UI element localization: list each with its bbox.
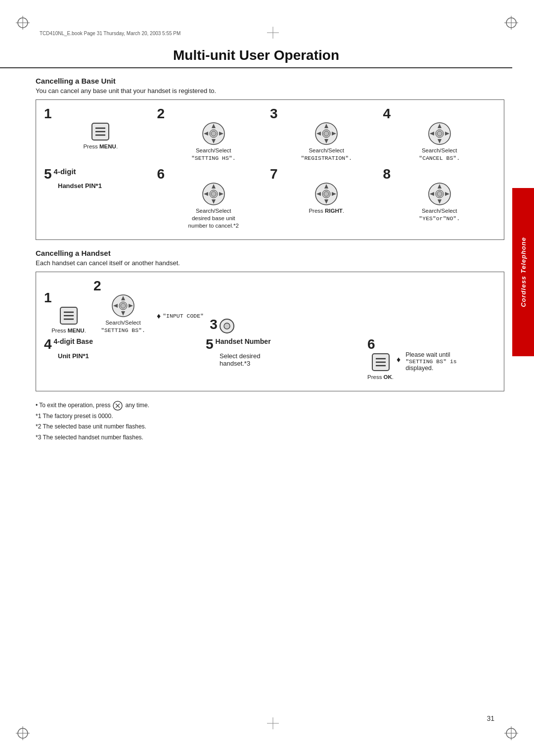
svg-point-26 (211, 131, 216, 136)
svg-point-61 (437, 191, 442, 196)
step-2: 2 Search/Select"SETTING HS". (157, 107, 270, 162)
input-code-label: "INPUT CODE" (163, 313, 204, 319)
nav-pad-icon-6 (202, 182, 225, 206)
step5-label-bold: 4-digit (54, 167, 76, 176)
corner-mark-tr (502, 14, 520, 32)
step-3: 3 Search/Select"REGISTRATION". (270, 107, 383, 162)
s2-step6-extra3: displayed. (405, 365, 457, 372)
menu-button-icon-s2-6 (371, 352, 391, 372)
step-7: 7 Press RIGHT. (270, 167, 383, 215)
step1-label: Press MENU. (83, 143, 118, 150)
align-mark-bottom (267, 717, 279, 729)
section1-desc: You can cancel any base unit that your h… (36, 87, 504, 94)
svg-point-74 (224, 323, 230, 329)
menu-button-icon-1 (90, 122, 110, 142)
svg-point-54 (324, 191, 329, 196)
section2-box: 1 Press MENU. 2 (36, 272, 504, 391)
corner-mark-tl (14, 14, 32, 32)
s2-arrow-code: ♦ "INPUT CODE" (153, 312, 208, 321)
s2-step5-num: 5 (206, 337, 214, 351)
step3-num: 3 (270, 107, 278, 121)
s2-step2-label: Search/Select"SETTING BS". (101, 319, 145, 334)
s2-step-3: 3 (208, 318, 237, 334)
step5-label-sub: Handset PIN*1 (58, 182, 102, 189)
s2-step5-sub: Select desiredhandset.*3 (220, 352, 260, 367)
step-6: 6 Search/Selectdesired base unitnumber t… (157, 167, 270, 230)
file-meta: TCD410NL_E.book Page 31 Thursday, March … (40, 31, 180, 36)
menu-button-icon-s2-1 (59, 306, 79, 326)
step-5: 5 4-digit Handset PIN*1 (44, 167, 157, 189)
step6-label: Search/Selectdesired base unitnumber to … (188, 207, 239, 230)
step4-num: 4 (383, 107, 391, 121)
nav-pad-icon-3 (314, 122, 338, 145)
corner-mark-bl (14, 724, 32, 742)
nav-pad-icon-8 (428, 182, 451, 206)
step7-label: Press RIGHT. (309, 207, 344, 215)
s2-step6-extra1: Please wait until (405, 351, 457, 358)
section1-steps-row1: 1 Press MENU. 2 (44, 107, 496, 162)
arrow-symbol: ♦ (157, 312, 161, 321)
svg-point-47 (211, 191, 216, 196)
step-4: 4 Search/Select"CANCEL BS". (383, 107, 496, 162)
nav-pad-icon-s2-2 (111, 294, 135, 318)
step1-num: 1 (44, 107, 52, 121)
nav-pad-icon-7 (314, 182, 338, 206)
step3-label: Search/Select"REGISTRATION". (301, 147, 352, 162)
s2-step-2: 2 Search/Select"SETTING BS". (93, 279, 153, 334)
s2-step6-extra2: "SETTING BS" is (405, 358, 457, 365)
s2-step6-num: 6 (367, 337, 375, 351)
section2-steps-row2: 4 4-digit Base Unit PIN*1 5 Handset Numb… (44, 337, 496, 381)
step2-label: Search/Select"SETTING HS". (191, 147, 236, 162)
s2-step4-sub: Unit PIN*1 (58, 352, 89, 360)
section2-heading: Cancelling a Handset (36, 249, 504, 257)
step8-label: Search/Select"YES"or"NO". (419, 207, 460, 223)
section2-desc: Each handset can cancel itself or anothe… (36, 259, 504, 267)
step-1: 1 Press MENU. (44, 107, 157, 150)
page-title: Multi-unit User Operation (0, 47, 512, 68)
section1-steps-row2: 5 4-digit Handset PIN*1 6 (44, 167, 496, 230)
main-content: Cancelling a Base Unit You can cancel an… (36, 77, 504, 443)
step4-label: Search/Select"CANCEL BS". (419, 147, 460, 162)
exit-icon (112, 400, 123, 411)
section1-heading: Cancelling a Base Unit (36, 77, 504, 85)
s2-step-5: 5 Handset Number Select desiredhandset.*… (206, 337, 367, 367)
footnote-3: *3 The selected handset number flashes. (36, 432, 504, 443)
footnote-exit-end: any time. (125, 400, 149, 411)
step5-num: 5 (44, 167, 52, 181)
s2-step-1: 1 Press MENU. (44, 291, 93, 334)
small-circle-icon-s2-3 (219, 318, 235, 334)
svg-point-72 (121, 303, 126, 308)
s2-step6-label: Press OK. (367, 374, 394, 381)
s2-step4-bold: 4-digit Base (54, 337, 93, 345)
s2-step3-num: 3 (210, 318, 218, 331)
corner-mark-br (502, 724, 520, 742)
step7-num: 7 (270, 167, 278, 181)
s2-step4-num: 4 (44, 337, 52, 351)
s2-step-6: 6 Press OK. ♦ Please wait until (367, 337, 496, 381)
step-8: 8 Search/Select"YES"or"NO". (383, 167, 496, 223)
svg-point-33 (324, 131, 329, 136)
section2-steps-row1: 1 Press MENU. 2 (44, 279, 496, 334)
step8-num: 8 (383, 167, 391, 181)
footnote-exit: • To exit the operation, press any time. (36, 400, 504, 411)
footnote-2: *2 The selected base unit number flashes… (36, 422, 504, 432)
footnotes: • To exit the operation, press any time.… (36, 400, 504, 443)
step6-num: 6 (157, 167, 165, 181)
nav-pad-icon-2 (202, 122, 225, 145)
s2-step-4: 4 4-digit Base Unit PIN*1 (44, 337, 206, 360)
s2-step1-label: Press MENU. (51, 327, 86, 334)
s2-step6-arrow: ♦ (397, 355, 400, 364)
footnote-1: *1 The factory preset is 0000. (36, 411, 504, 422)
sidebar-label: Cordless Telephone (520, 237, 527, 307)
section1: Cancelling a Base Unit You can cancel an… (36, 77, 504, 240)
section2: Cancelling a Handset Each handset can ca… (36, 249, 504, 443)
s2-step5-bold: Handset Number (216, 337, 271, 345)
s2-step1-num: 1 (44, 291, 52, 305)
page-number: 31 (487, 714, 494, 722)
s2-step2-num: 2 (93, 279, 101, 293)
sidebar-tab: Cordless Telephone (512, 188, 534, 356)
svg-point-40 (437, 131, 442, 136)
align-mark-top (267, 27, 279, 39)
footnote-bullet: • To exit the operation, press (36, 400, 110, 411)
nav-pad-icon-4 (428, 122, 451, 145)
